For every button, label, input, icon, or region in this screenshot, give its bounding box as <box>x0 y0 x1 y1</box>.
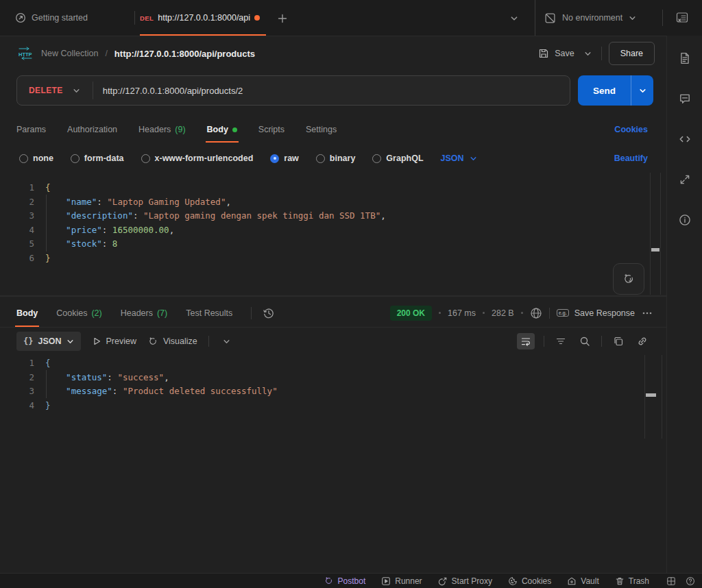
more-actions-icon[interactable] <box>642 310 653 316</box>
line-number: 6 <box>0 252 45 266</box>
send-label[interactable]: Send <box>578 75 631 106</box>
search-icon[interactable] <box>577 334 592 349</box>
filter-icon[interactable] <box>553 334 568 349</box>
line-number: 2 <box>0 195 45 210</box>
statusbar-trash[interactable]: Trash <box>615 576 649 586</box>
topbar-divider <box>535 0 535 36</box>
response-tabs-row: Body Cookies(2) Headers(7) Test Results … <box>0 299 666 328</box>
right-sidebar <box>666 36 702 573</box>
network-info-icon[interactable] <box>530 307 542 319</box>
save-response-button[interactable]: e.g. Save Response <box>557 308 635 318</box>
breadcrumb-request-title[interactable]: http://127.0.0.1:8000/api/products <box>114 49 255 59</box>
no-environment-icon <box>544 12 556 24</box>
statusbar-cookies[interactable]: Cookies <box>508 576 551 586</box>
send-button[interactable]: Send <box>578 75 653 106</box>
body-type-binary[interactable]: binary <box>316 154 356 163</box>
preview-button[interactable]: Preview <box>92 336 136 346</box>
tab-params[interactable]: Params <box>16 117 46 143</box>
help-icon[interactable] <box>686 576 695 586</box>
code-line[interactable]: 6} <box>0 252 644 266</box>
send-options-chevron[interactable] <box>631 75 653 106</box>
code-line[interactable]: 2 "status": "success", <box>0 371 642 385</box>
method-label: DELETE <box>29 86 63 95</box>
environment-quick-look-icon[interactable] <box>675 11 690 25</box>
code-line[interactable]: 5 "stock": 8 <box>0 237 644 252</box>
comments-icon[interactable] <box>677 91 692 106</box>
request-tabs-row: Params Authorization Headers(9) Body Scr… <box>0 117 666 143</box>
code-line[interactable]: 4} <box>0 399 642 413</box>
response-size[interactable]: 282 B <box>492 308 514 318</box>
status-badge[interactable]: 200 OK <box>390 306 432 321</box>
response-time[interactable]: 167 ms <box>448 308 476 318</box>
response-format-selector[interactable]: {} JSON <box>16 332 81 351</box>
indent-guide <box>46 195 47 252</box>
environment-selector[interactable]: No environment <box>544 0 636 36</box>
code-line[interactable]: 2 "name": "Laptop Gaming Updated", <box>0 195 644 210</box>
unsaved-changes-dot <box>254 15 260 21</box>
request-body-editor[interactable]: 1{2 "name": "Laptop Gaming Updated",3 "d… <box>0 173 644 295</box>
url-input[interactable] <box>93 86 570 96</box>
new-tab-button[interactable] <box>276 12 289 25</box>
body-type-graphql[interactable]: GraphQL <box>372 154 423 163</box>
scrollbar-thumb[interactable] <box>651 248 659 252</box>
body-type-x-www-form-urlencoded[interactable]: x-www-form-urlencoded <box>141 154 254 163</box>
method-selector[interactable]: DELETE <box>17 86 93 95</box>
save-button[interactable]: Save <box>538 48 574 59</box>
scrollbar-thumb[interactable] <box>646 393 656 397</box>
request-editor-scrollbar <box>650 173 661 295</box>
tab-scripts[interactable]: Scripts <box>258 117 285 143</box>
response-tab-body[interactable]: Body <box>16 299 38 327</box>
visualize-button[interactable]: Visualize <box>147 336 197 347</box>
body-has-content-dot <box>232 127 237 132</box>
documentation-icon[interactable] <box>677 51 692 66</box>
code-snippet-icon[interactable] <box>677 132 692 147</box>
statusbar-postbot[interactable]: Postbot <box>324 576 366 586</box>
body-type-form-data[interactable]: form-data <box>71 154 124 163</box>
cookies-link[interactable]: Cookies <box>614 117 648 143</box>
response-tab-cookies[interactable]: Cookies(2) <box>56 299 101 327</box>
code-line[interactable]: 1{ <box>0 181 644 195</box>
tab-settings[interactable]: Settings <box>306 117 337 143</box>
pane-splitter[interactable] <box>0 295 666 297</box>
tab-list-chevron-icon[interactable] <box>509 14 520 23</box>
raw-language-selector[interactable]: JSON <box>441 154 477 163</box>
postman-app: Getting started DEL http://127.0.0.1:800… <box>0 0 702 588</box>
example-icon: e.g. <box>557 309 569 317</box>
breadcrumb-separator: / <box>105 49 107 58</box>
body-type-none[interactable]: none <box>19 154 53 163</box>
info-icon[interactable] <box>677 212 692 228</box>
statusbar-runner[interactable]: Runner <box>381 576 422 586</box>
response-tab-headers[interactable]: Headers(7) <box>121 299 168 327</box>
response-tab-test-results[interactable]: Test Results <box>186 299 232 327</box>
tab-headers[interactable]: Headers(9) <box>138 117 186 143</box>
code-line[interactable]: 1{ <box>0 356 642 371</box>
line-number: 3 <box>0 209 45 223</box>
word-wrap-toggle[interactable] <box>517 333 535 350</box>
share-button[interactable]: Share <box>609 42 655 65</box>
related-requests-icon[interactable] <box>677 172 692 187</box>
code-line[interactable]: 3 "message": "Product deleted successful… <box>0 384 642 399</box>
body-type-raw[interactable]: raw <box>270 154 299 163</box>
tab-active-request[interactable]: DEL http://127.0.0.1:8000/api <box>140 0 266 36</box>
tab-body[interactable]: Body <box>207 117 237 143</box>
save-options-chevron[interactable] <box>581 47 594 60</box>
visualize-options-chevron[interactable] <box>220 336 233 347</box>
postbot-button[interactable] <box>613 263 644 295</box>
body-type-row: none form-data x-www-form-urlencoded raw… <box>0 147 666 170</box>
panel-layout-icon[interactable] <box>666 576 676 586</box>
indent-guide <box>46 370 47 398</box>
copy-icon[interactable] <box>611 334 626 349</box>
statusbar-start-proxy[interactable]: Start Proxy <box>438 576 492 586</box>
tab-getting-started[interactable]: Getting started <box>15 0 125 36</box>
link-icon[interactable] <box>635 334 650 349</box>
launchpad-icon <box>15 12 26 23</box>
response-history-icon[interactable] <box>263 307 275 319</box>
tab-authorization[interactable]: Authorization <box>67 117 117 143</box>
breadcrumb-collection[interactable]: New Collection <box>41 49 98 58</box>
response-body-viewer[interactable]: 1{2 "status": "success",3 "message": "Pr… <box>0 355 642 437</box>
code-line[interactable]: 3 "description": "Laptop gaming dengan s… <box>0 209 644 223</box>
code-line[interactable]: 4 "price": 16500000.00, <box>0 223 644 238</box>
beautify-link[interactable]: Beautify <box>614 147 648 170</box>
radio-icon <box>71 154 80 163</box>
statusbar-vault[interactable]: Vault <box>567 576 598 586</box>
